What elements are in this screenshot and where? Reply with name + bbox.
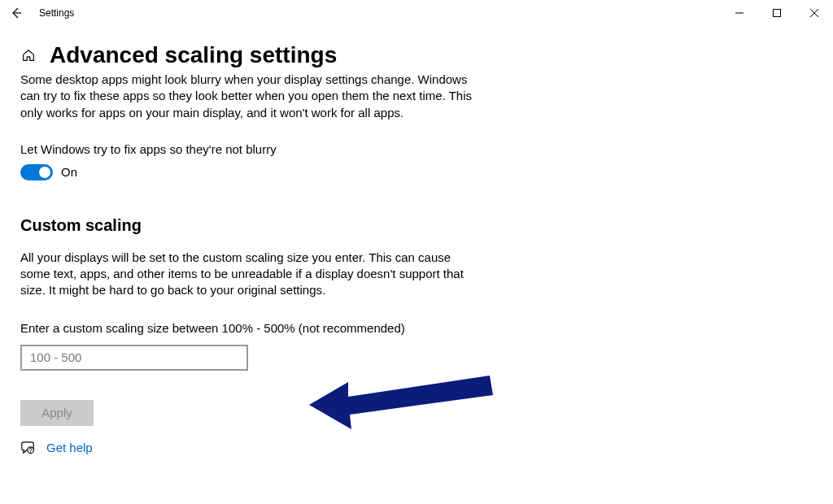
window-title: Settings (39, 7, 74, 19)
close-icon (810, 9, 818, 17)
titlebar-left: Settings (10, 7, 74, 20)
content-area: Advanced scaling settings Some desktop a… (0, 42, 833, 455)
fix-blurry-toggle-state: On (61, 165, 77, 179)
page-title: Advanced scaling settings (50, 42, 337, 68)
minimize-button[interactable] (721, 0, 758, 26)
apply-button[interactable]: Apply (20, 400, 94, 426)
fix-blurry-toggle-label: Let Windows try to fix apps so they're n… (20, 142, 476, 156)
window-controls (721, 0, 833, 26)
toggle-knob (39, 167, 50, 178)
help-icon (20, 441, 35, 455)
page-header: Advanced scaling settings (20, 42, 813, 68)
help-row: Get help (20, 441, 813, 455)
fix-blurry-toggle[interactable] (20, 164, 53, 180)
svg-point-2 (30, 451, 31, 452)
custom-scaling-section: Custom scaling All your displays will be… (20, 216, 476, 426)
maximize-icon (773, 9, 781, 17)
get-help-link[interactable]: Get help (46, 441, 93, 454)
close-button[interactable] (796, 0, 833, 26)
custom-scaling-heading: Custom scaling (20, 216, 476, 235)
titlebar: Settings (0, 0, 833, 26)
maximize-button[interactable] (758, 0, 796, 26)
back-arrow-icon (10, 7, 23, 20)
home-icon[interactable] (20, 47, 37, 63)
custom-scaling-input[interactable] (20, 345, 248, 371)
custom-scaling-description: All your displays will be set to the cus… (20, 250, 476, 299)
fix-blurry-section: Some desktop apps might look blurry when… (20, 72, 476, 180)
back-button[interactable] (10, 7, 23, 20)
minimize-icon (735, 9, 744, 17)
svg-rect-0 (774, 10, 781, 17)
custom-scaling-input-label: Enter a custom scaling size between 100%… (20, 320, 476, 337)
fix-blurry-description: Some desktop apps might look blurry when… (20, 72, 476, 121)
fix-blurry-toggle-row: On (20, 164, 476, 180)
